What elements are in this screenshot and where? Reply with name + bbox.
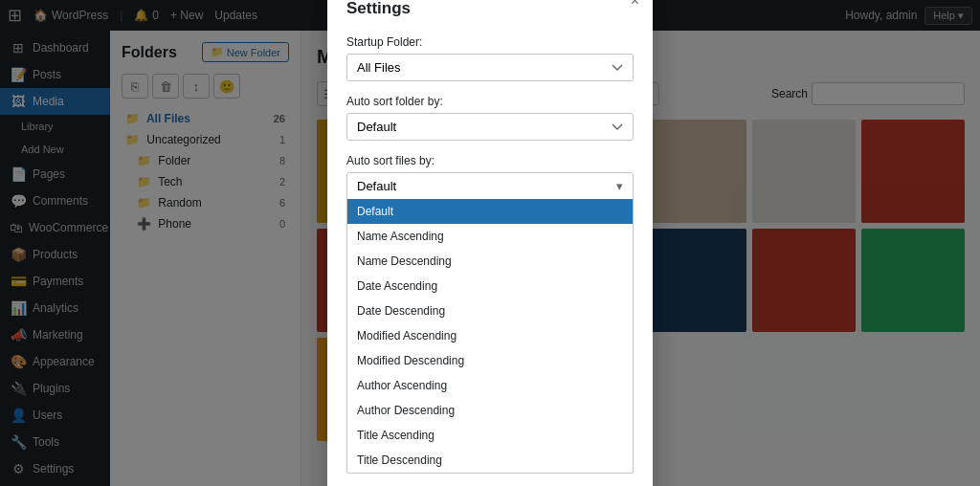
auto-sort-folder-select[interactable]: Default: [346, 113, 634, 141]
dropdown-item-author-desc[interactable]: Author Descending: [347, 398, 633, 423]
dialog-title: Settings: [346, 0, 634, 18]
auto-sort-files-group: Auto sort files by: Default ▾ Default Na…: [346, 154, 634, 474]
dropdown-item-name-desc[interactable]: Name Descending: [347, 249, 633, 274]
dropdown-item-author-asc[interactable]: Author Ascending: [347, 373, 633, 398]
auto-sort-files-select-trigger[interactable]: Default ▾: [346, 172, 634, 200]
dropdown-item-date-desc[interactable]: Date Descending: [347, 298, 633, 323]
dropdown-item-modified-asc[interactable]: Modified Ascending: [347, 323, 633, 348]
startup-folder-select[interactable]: All Files: [346, 54, 634, 81]
dropdown-list: Default Name Ascending Name Descending D…: [346, 199, 634, 474]
startup-folder-group: Startup Folder: All Files: [346, 35, 634, 81]
startup-folder-label: Startup Folder:: [346, 35, 634, 49]
dropdown-chevron-icon: ▾: [616, 179, 623, 193]
dropdown-item-name-asc[interactable]: Name Ascending: [347, 224, 633, 249]
dropdown-item-default[interactable]: Default: [347, 199, 633, 224]
dialog-close-button[interactable]: ×: [631, 0, 639, 9]
auto-sort-files-label: Auto sort files by:: [346, 154, 634, 167]
dropdown-item-title-asc[interactable]: Title Ascending: [347, 423, 633, 448]
selected-value: Default: [357, 179, 396, 193]
dropdown-item-modified-desc[interactable]: Modified Descending: [347, 348, 633, 373]
auto-sort-folder-group: Auto sort folder by: Default: [346, 95, 634, 141]
dropdown-item-date-asc[interactable]: Date Ascending: [347, 274, 633, 298]
settings-dialog: Settings × Startup Folder: All Files Aut…: [327, 0, 653, 486]
dialog-overlay: Settings × Startup Folder: All Files Aut…: [0, 0, 980, 486]
auto-sort-folder-label: Auto sort folder by:: [346, 95, 634, 108]
dropdown-item-title-desc[interactable]: Title Descending: [347, 448, 633, 473]
